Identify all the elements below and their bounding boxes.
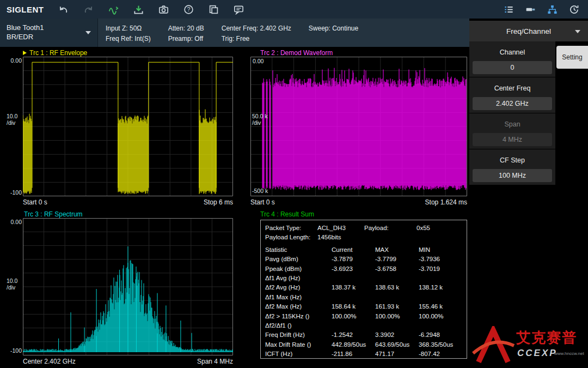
packet-type-label: Packet Type: [265,224,317,233]
result-row: ICFT (Hz)-211.86471.17-807.42 [265,349,467,359]
stat-max: -3.6758 [375,264,419,274]
stat-current: -1.2542 [332,330,375,340]
y-axis-label: /div [252,120,261,126]
result-col-header: MAX [375,245,419,255]
panel-menu: Channel0Center Freq2.402 GHzSpan4 MHzCF … [469,41,555,185]
signal-icon[interactable] [108,4,119,15]
camera-icon[interactable] [158,4,169,15]
x-axis-stop-label: Stop 1.624 ms [425,198,467,206]
trace1-header: Trc 1 : RF Envelope [23,49,87,57]
menu-item-cf-step[interactable]: CF Step100 MHz [469,149,555,185]
lan-icon[interactable] [547,4,558,15]
status-field: Center Freq: 2.402 GHzTrig: Free [222,23,291,47]
stat-current: -211.86 [332,349,375,359]
active-trace-arrow-icon [23,51,27,55]
stat-min [419,274,467,283]
usb-icon[interactable] [525,4,536,15]
result-row: Ppeak (dBm)-3.6923-3.6758-3.7019 [265,264,467,274]
stat-min: -6.2948 [419,330,467,340]
stat-current: -3.7879 [332,255,375,264]
stat-max: 161.93 k [375,302,419,311]
message-icon[interactable] [234,4,244,15]
panel-title[interactable]: Freq/Channel [469,21,588,41]
result-row: Freq Drift (Hz)-1.25423.3902-6.2948 [265,330,467,340]
result-row: Δf1 Avg (Hz) [265,274,467,283]
payload-label: Payload: [364,224,416,233]
stat-max [375,293,419,302]
stat-min: -3.7019 [419,264,467,274]
stat-label: Δf2 Max (Hz) [265,302,332,311]
y-axis-label: -100 [7,348,22,354]
status-field: Input Z: 50ΩFreq Ref: Int(S) [106,23,151,47]
measurement-statusbar: Blue Tooth1 BR/EDR Input Z: 50ΩFreq Ref:… [0,19,469,47]
stat-max: 471.17 [375,349,419,359]
stat-min: -807.42 [419,349,467,359]
display-area: Trc 1 : RF Envelope 0.00 10.0 /div -100 … [0,47,469,368]
stat-label: Δf1 Max (Hz) [265,293,332,302]
redo-icon[interactable] [83,4,94,15]
result-row: Δf2 > 115KHz ()100.00%100.00%100.00% [265,312,467,321]
result-col-header: Statistic [265,245,332,255]
menu-item-label: Center Freq [469,77,555,92]
result-row: Pavg (dBm)-3.7879-3.7799-3.7936 [265,255,467,264]
copy-icon[interactable] [209,4,219,15]
x-axis-start-label: Start 0 s [250,198,275,206]
x-axis-labels: Start 0 s Stop 6 ms [23,198,233,206]
undo-icon[interactable] [58,4,69,15]
stat-current: 100.00% [332,312,375,321]
y-axis-label: /div [7,120,15,126]
rf-spectrum-plot[interactable] [23,218,233,355]
stat-max: 100.00% [375,312,419,321]
list-icon[interactable] [503,4,514,15]
history-icon[interactable] [568,4,579,15]
y-axis-label: 0.00 [253,58,264,64]
trace4-title: Trc 4 : Result Sum [260,210,314,218]
status-fields: Input Z: 50ΩFreq Ref: Int(S)Atten: 20 dB… [98,19,376,47]
setting-tab[interactable]: Setting [556,46,588,69]
status-field: Sweep: Continue [309,23,358,47]
toolbar-icons: ? [58,4,244,15]
rf-envelope-plot[interactable] [23,57,233,196]
x-axis-center-label: Center 2.402 GHz [23,358,76,365]
status-icons [503,4,579,15]
result-row: Max Drift Rate ()442.89/50us643.69/50us3… [265,340,467,349]
save-icon[interactable] [133,4,144,15]
stat-max: 643.69/50us [375,340,419,349]
status-field: Atten: 20 dBPreamp: Off [168,23,204,47]
stat-min: 138.12 k [419,283,467,292]
stat-max: -3.7799 [375,255,419,264]
chevron-down-icon [85,31,91,34]
result-header-row: StatisticCurrentMAXMIN [265,245,467,255]
menu-item-label: Channel [469,41,555,56]
y-axis-label: -100 [7,190,22,196]
stat-current: 138.37 k [332,283,375,292]
help-icon[interactable]: ? [183,4,194,15]
stat-label: Δf1 Avg (Hz) [265,274,332,283]
demod-waveform-plot[interactable] [250,57,467,196]
mode-selector[interactable]: Blue Tooth1 BR/EDR [0,19,98,47]
y-axis-label: 0.00 [7,219,22,225]
trace2-title: Trc 2 : Demod Waveform [260,49,333,57]
siglent-logo: SIGLENT [7,5,44,14]
stat-current: 158.64 k [332,302,375,311]
top-toolbar: SIGLENT ? [0,0,588,19]
menu-item-span[interactable]: Span4 MHz [469,113,555,149]
packet-type-value: ACL_DH3 [317,224,364,233]
stat-current [332,321,375,330]
stat-min [419,321,467,330]
stat-label: Δf2 > 115KHz () [265,312,332,321]
statistic-rows: StatisticCurrentMAXMINPavg (dBm)-3.7879-… [265,245,467,359]
stat-label: Max Drift Rate () [265,340,332,349]
stat-label: Δf2 Avg (Hz) [265,283,332,292]
stat-min: -3.7936 [419,255,467,264]
trace1-title: Trc 1 : RF Envelope [29,49,87,57]
y-axis-label: /div [7,285,15,291]
stat-label: Ppeak (dBm) [265,264,332,274]
menu-item-center-freq[interactable]: Center Freq2.402 GHz [469,77,555,113]
menu-item-value: 2.402 GHz [473,97,552,110]
x-axis-stop-label: Stop 6 ms [204,198,233,206]
payload-length-row: Payload Length: 1456bits [265,233,467,242]
trace2-header: Trc 2 : Demod Waveform [260,49,333,57]
result-row: Δf1 Max (Hz) [265,293,467,302]
menu-item-channel[interactable]: Channel0 [469,41,555,77]
